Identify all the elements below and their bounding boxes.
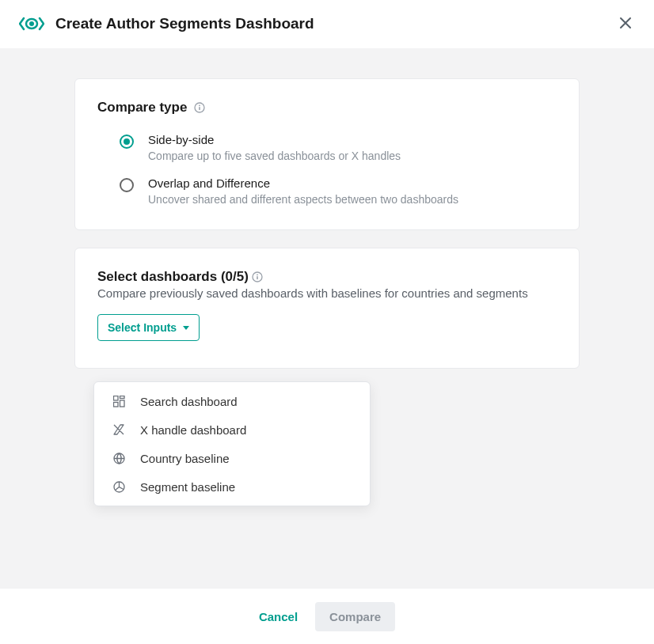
compare-option-overlap[interactable]: Overlap and Difference Uncover shared an… xyxy=(120,176,557,206)
compare-option-label: Overlap and Difference xyxy=(148,176,458,190)
dropdown-item-x-handle[interactable]: X handle dashboard xyxy=(94,415,370,444)
dropdown-item-label: Country baseline xyxy=(140,452,230,465)
page-title: Create Author Segments Dashboard xyxy=(55,15,616,32)
compare-option-label: Side-by-side xyxy=(148,133,401,146)
header: Create Author Segments Dashboard xyxy=(0,0,654,48)
info-icon[interactable] xyxy=(193,102,205,114)
svg-rect-4 xyxy=(199,107,200,110)
dropdown-item-segment-baseline[interactable]: Segment baseline xyxy=(94,472,370,501)
footer: Cancel Compare xyxy=(0,589,654,644)
svg-rect-10 xyxy=(113,402,118,407)
app-logo-icon xyxy=(19,15,44,32)
dropdown-item-label: Search dashboard xyxy=(140,395,238,408)
globe-icon xyxy=(112,451,126,465)
compare-type-title-row: Compare type xyxy=(97,100,557,116)
compare-type-card: Compare type Side-by-side Compare up to … xyxy=(74,78,580,230)
content-area: Compare type Side-by-side Compare up to … xyxy=(0,48,654,589)
compare-option-desc: Uncover shared and different aspects bet… xyxy=(148,193,458,206)
close-icon xyxy=(619,17,632,32)
select-inputs-dropdown: Search dashboard X handle dashboard Coun… xyxy=(93,381,371,506)
cancel-button[interactable]: Cancel xyxy=(259,610,298,623)
compare-option-side-by-side[interactable]: Side-by-side Compare up to five saved da… xyxy=(120,133,557,162)
dropdown-item-label: Segment baseline xyxy=(140,480,235,494)
svg-point-3 xyxy=(199,104,200,106)
svg-rect-11 xyxy=(120,400,124,407)
caret-down-icon xyxy=(183,326,189,330)
svg-rect-7 xyxy=(257,276,259,279)
select-dashboards-title-row: Select dashboards (0/5) xyxy=(97,269,557,285)
select-dashboards-desc: Compare previously saved dashboards with… xyxy=(97,286,557,300)
dashboard-icon xyxy=(112,394,126,408)
svg-rect-8 xyxy=(113,396,118,400)
select-dashboards-card: Select dashboards (0/5) Compare previous… xyxy=(74,248,580,369)
select-inputs-button[interactable]: Select Inputs xyxy=(97,314,200,341)
info-icon[interactable] xyxy=(252,271,264,283)
dropdown-item-country-baseline[interactable]: Country baseline xyxy=(94,444,370,472)
radio-unselected-icon[interactable] xyxy=(120,178,134,192)
svg-rect-9 xyxy=(120,396,124,398)
svg-point-1 xyxy=(29,21,34,26)
select-dashboards-title: Select dashboards (0/5) xyxy=(97,269,249,285)
segment-icon xyxy=(112,479,126,494)
compare-button[interactable]: Compare xyxy=(315,602,395,631)
radio-selected-icon[interactable] xyxy=(120,134,134,149)
compare-option-desc: Compare up to five saved dashboards or X… xyxy=(148,150,401,162)
compare-type-title: Compare type xyxy=(97,100,187,116)
x-icon xyxy=(112,422,126,437)
svg-point-6 xyxy=(257,274,258,275)
dropdown-item-label: X handle dashboard xyxy=(140,423,246,437)
close-button[interactable] xyxy=(616,14,635,33)
select-inputs-label: Select Inputs xyxy=(108,321,177,334)
dropdown-item-search-dashboard[interactable]: Search dashboard xyxy=(94,387,370,415)
